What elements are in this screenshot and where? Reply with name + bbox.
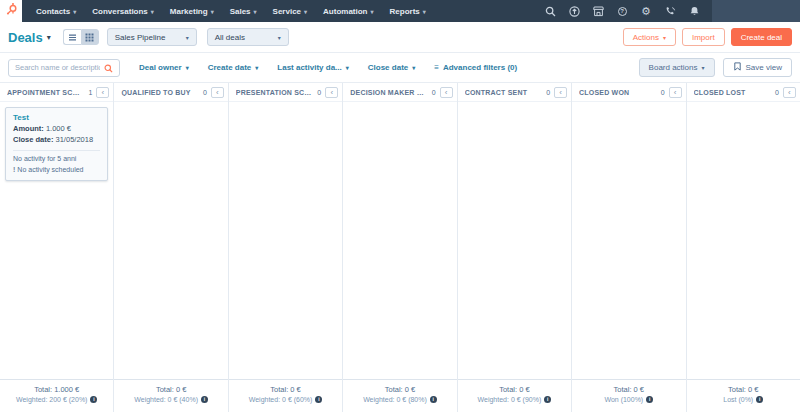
column-body (343, 102, 456, 379)
filter-lines-icon: ≡ (434, 64, 439, 72)
filter-close-date[interactable]: Close date ▾ (368, 63, 415, 72)
filter-bar-right: Board actions ▾ Save view (639, 58, 792, 77)
column-contract-sent: CONTRACT SENT 0 ‹ Total: 0 € Weighted: 0… (458, 83, 572, 412)
collapse-column-button[interactable]: ‹ (325, 87, 338, 98)
column-weighted: Lost (0%) i (723, 396, 763, 403)
calls-icon[interactable] (664, 5, 676, 17)
view-toggle (63, 29, 99, 45)
caret-down-icon: ▾ (346, 64, 349, 71)
top-nav: Contacts ▾ Conversations ▾ Marketing ▾ S… (0, 0, 800, 22)
column-body (114, 102, 227, 379)
column-header: PRESENTATION SCHEDULED 0 ‹ (229, 83, 342, 102)
column-name: CONTRACT SENT (465, 89, 543, 96)
deals-filter-select[interactable]: All deals ▾ (207, 28, 289, 46)
sprocket-icon (5, 2, 18, 20)
info-icon[interactable]: i (201, 396, 208, 403)
nav-item-automation[interactable]: Automation ▾ (315, 0, 381, 22)
weighted-text: Weighted: 200 € (20%) (16, 396, 87, 403)
activity-warning: !No activity scheduled (13, 165, 100, 176)
filter-label: Last activity da... (277, 63, 341, 72)
page-header: Deals ▾ Sales Pipeline ▾ All deals ▾ Act… (0, 22, 800, 52)
filter-label: Close date (368, 63, 408, 72)
column-count: 0 (546, 89, 550, 96)
import-button[interactable]: Import (682, 28, 725, 46)
column-count: 0 (432, 89, 436, 96)
account-menu[interactable] (712, 0, 800, 22)
caret-down-icon: ▾ (211, 8, 214, 15)
filter-bar: Deal owner ▾ Create date ▾ Last activity… (0, 52, 800, 83)
nav-item-contacts[interactable]: Contacts ▾ (28, 0, 84, 22)
nav-item-label: Conversations (92, 7, 148, 16)
column-count: 0 (661, 89, 665, 96)
caret-down-icon: ▾ (663, 34, 666, 41)
column-header: QUALIFIED TO BUY 0 ‹ (114, 83, 227, 102)
notifications-icon[interactable] (688, 5, 700, 17)
deals-title-dropdown[interactable]: Deals ▾ (8, 30, 51, 45)
filter-create-date[interactable]: Create date ▾ (208, 63, 259, 72)
info-icon[interactable]: i (430, 396, 437, 403)
hubspot-logo[interactable] (0, 0, 22, 22)
pipeline-select-value: Sales Pipeline (115, 33, 166, 42)
nav-item-reports[interactable]: Reports ▾ (382, 0, 434, 22)
nav-item-label: Contacts (36, 7, 70, 16)
help-icon[interactable]: ? (616, 5, 628, 17)
collapse-column-button[interactable]: ‹ (669, 87, 682, 98)
deal-amount: Amount: 1.000 € (13, 124, 100, 135)
actions-button[interactable]: Actions ▾ (623, 28, 676, 46)
search-icon[interactable] (544, 5, 556, 17)
nav-item-marketing[interactable]: Marketing ▾ (162, 0, 222, 22)
column-total: Total: 0 € (156, 385, 186, 394)
deals-filter-value: All deals (215, 33, 245, 42)
upgrade-icon[interactable] (568, 5, 580, 17)
activity-status: No activity for 5 anni (13, 154, 100, 165)
column-weighted: Weighted: 0 € (80%) i (363, 396, 437, 403)
info-icon[interactable]: i (544, 396, 551, 403)
collapse-column-button[interactable]: ‹ (783, 87, 796, 98)
marketplace-icon[interactable] (592, 5, 604, 17)
nav-item-conversations[interactable]: Conversations ▾ (84, 0, 162, 22)
column-name: CLOSED LOST (694, 89, 772, 96)
column-body: Test Amount: 1.000 € Close date: 31/05/2… (0, 102, 113, 379)
create-deal-button[interactable]: Create deal (731, 28, 792, 46)
search-input[interactable] (15, 63, 100, 72)
board-actions-button[interactable]: Board actions ▾ (639, 58, 715, 77)
amount-value: 1.000 € (46, 124, 71, 133)
settings-icon[interactable]: ⚙ (640, 5, 652, 17)
column-qualified-to-buy: QUALIFIED TO BUY 0 ‹ Total: 0 € Weighted… (114, 83, 228, 412)
column-weighted: Weighted: 0 € (40%) i (134, 396, 208, 403)
pipeline-select[interactable]: Sales Pipeline ▾ (107, 28, 197, 46)
save-view-button[interactable]: Save view (723, 58, 792, 77)
info-icon[interactable]: i (315, 396, 322, 403)
column-presentation-scheduled: PRESENTATION SCHEDULED 0 ‹ Total: 0 € We… (229, 83, 343, 412)
info-icon[interactable]: i (646, 396, 653, 403)
deal-card[interactable]: Test Amount: 1.000 € Close date: 31/05/2… (5, 107, 108, 181)
collapse-column-button[interactable]: ‹ (440, 87, 453, 98)
filter-deal-owner[interactable]: Deal owner ▾ (139, 63, 189, 72)
save-view-icon (733, 62, 742, 73)
caret-down-icon: ▾ (371, 8, 374, 15)
nav-item-service[interactable]: Service ▾ (265, 0, 315, 22)
search-box (8, 59, 120, 77)
column-name: DECISION MAKER BOUGHT-... (350, 89, 428, 96)
info-icon[interactable]: i (756, 396, 763, 403)
list-view-button[interactable] (63, 29, 81, 45)
search-icon[interactable] (104, 59, 113, 77)
import-label: Import (692, 33, 715, 42)
board-view-button[interactable] (81, 29, 99, 45)
column-footer: Total: 0 € Weighted: 0 € (40%) i (114, 379, 227, 412)
column-footer: Total: 0 € Lost (0%) i (687, 379, 800, 412)
column-count: 1 (89, 89, 93, 96)
advanced-filters-button[interactable]: ≡ Advanced filters (0) (434, 63, 517, 72)
collapse-column-button[interactable]: ‹ (211, 87, 224, 98)
filter-last-activity-date[interactable]: Last activity da... ▾ (277, 63, 348, 72)
actions-label: Actions (633, 33, 659, 42)
column-footer: Total: 0 € Weighted: 0 € (90%) i (458, 379, 571, 412)
info-icon[interactable]: i (90, 396, 97, 403)
nav-item-sales[interactable]: Sales ▾ (222, 0, 265, 22)
collapse-column-button[interactable]: ‹ (554, 87, 567, 98)
board-view-icon (85, 28, 94, 46)
collapse-column-button[interactable]: ‹ (96, 87, 109, 98)
column-footer: Total: 1.000 € Weighted: 200 € (20%) i (0, 379, 113, 412)
deal-link[interactable]: Test (13, 113, 100, 122)
column-total: Total: 0 € (270, 385, 300, 394)
